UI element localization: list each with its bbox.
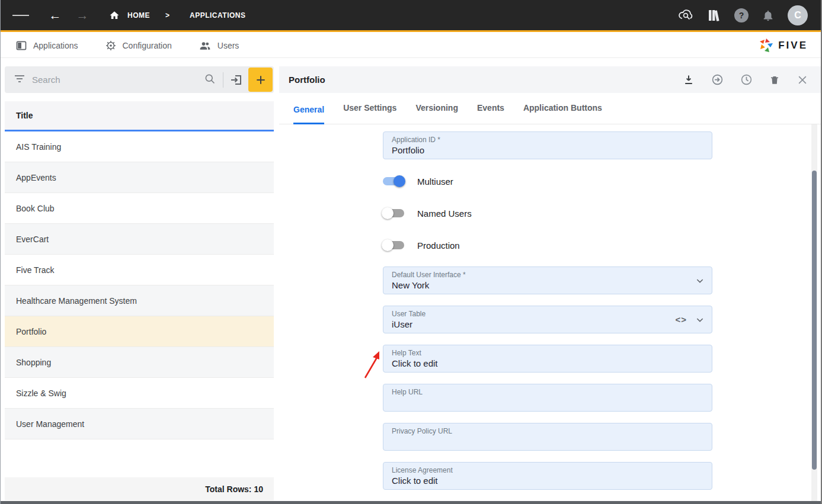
- chevron-down-icon[interactable]: [695, 276, 705, 285]
- field-value: Click to edit: [392, 475, 703, 487]
- field-label: Privacy Policy URL: [392, 427, 703, 435]
- help-icon[interactable]: ?: [734, 8, 749, 23]
- add-application-button[interactable]: [248, 68, 273, 92]
- field-help-text[interactable]: Help Text Click to edit: [383, 345, 712, 373]
- field-label: User Table: [392, 310, 703, 318]
- field-value: [392, 397, 703, 409]
- field-license-agreement[interactable]: License Agreement Click to edit: [383, 462, 712, 490]
- cloud-inspect-icon[interactable]: [679, 9, 694, 22]
- five-app-window: ← → HOME > APPLICATIONS: [0, 0, 822, 504]
- table-footer-total-rows: Total Rows: 10: [5, 477, 274, 500]
- detail-title: Portfolio: [289, 75, 325, 85]
- five-logo-text: FIVE: [778, 40, 808, 52]
- toggle-label: Multiuser: [417, 176, 453, 187]
- field-value: [392, 436, 703, 448]
- five-logo: FIVE: [759, 37, 808, 54]
- table-row[interactable]: Shopping: [5, 347, 274, 378]
- table-row[interactable]: Book Club: [5, 193, 274, 224]
- five-pinwheel-icon: [759, 37, 774, 54]
- menu-item-label: Configuration: [123, 41, 172, 50]
- top-navigation-bar: ← → HOME > APPLICATIONS: [1, 0, 821, 32]
- toggle-multiuser[interactable]: Multiuser: [383, 173, 453, 190]
- delete-trash-icon[interactable]: [769, 74, 780, 86]
- field-value: Click to edit: [392, 358, 703, 370]
- field-privacy-policy-url[interactable]: Privacy Policy URL: [383, 423, 712, 451]
- detail-scrollbar-thumb[interactable]: [812, 171, 817, 470]
- toggle-switch-on[interactable]: [383, 177, 404, 185]
- menu-item-label: Users: [218, 41, 239, 50]
- user-avatar[interactable]: C: [788, 5, 808, 25]
- breadcrumb-chevron-icon: >: [165, 11, 169, 20]
- table-row[interactable]: AppEvents: [5, 162, 274, 193]
- download-icon[interactable]: [683, 74, 695, 86]
- history-clock-icon[interactable]: [740, 73, 753, 86]
- chevron-down-icon[interactable]: [695, 315, 705, 325]
- detail-panel-header: Portfolio: [279, 66, 822, 93]
- detail-scrollbar-track[interactable]: [811, 124, 817, 504]
- breadcrumb-current[interactable]: APPLICATIONS: [190, 11, 245, 20]
- menu-item-applications[interactable]: Applications: [15, 40, 78, 52]
- toggle-label: Named Users: [417, 208, 472, 219]
- menu-item-configuration[interactable]: Configuration: [105, 40, 172, 52]
- home-icon[interactable]: [106, 7, 123, 24]
- tab-user-settings[interactable]: User Settings: [343, 103, 396, 124]
- gear-wrench-icon: [105, 40, 117, 52]
- toggle-knob: [394, 175, 405, 187]
- table-row[interactable]: AIS Training: [5, 131, 274, 162]
- library-books-icon[interactable]: [707, 8, 721, 23]
- toggle-production[interactable]: Production: [383, 237, 460, 253]
- table-row[interactable]: EverCart: [5, 224, 274, 255]
- forward-arrow-icon[interactable]: →: [74, 7, 91, 24]
- table-row[interactable]: User Management: [5, 409, 274, 439]
- module-menu-bar: Applications Configuration Users: [1, 34, 821, 58]
- people-icon: [199, 40, 212, 52]
- toggle-switch-off[interactable]: [383, 209, 404, 217]
- table-row[interactable]: Healthcare Management System: [5, 285, 274, 316]
- field-user-table[interactable]: User Table iUser <>: [383, 306, 712, 333]
- tab-application-buttons[interactable]: Application Buttons: [523, 103, 602, 124]
- field-value: New York: [392, 280, 703, 291]
- search-bar: [5, 66, 274, 93]
- field-value: iUser: [392, 319, 703, 330]
- menu-item-label: Applications: [33, 41, 78, 50]
- field-help-url[interactable]: Help URL: [383, 384, 712, 412]
- breadcrumb: HOME > APPLICATIONS: [106, 7, 245, 24]
- window-bottom-border: [1, 501, 821, 504]
- red-annotation-arrow: [360, 347, 386, 380]
- toggle-knob: [382, 207, 394, 219]
- field-default-user-interface[interactable]: Default User Interface * New York: [383, 267, 712, 294]
- field-label: Help URL: [392, 388, 703, 396]
- table-row-selected[interactable]: Portfolio: [5, 316, 274, 347]
- filter-icon[interactable]: [14, 75, 25, 85]
- toggle-switch-off[interactable]: [383, 241, 404, 249]
- plus-icon: [255, 74, 267, 86]
- tab-versioning[interactable]: Versioning: [415, 103, 458, 124]
- applications-table: Title AIS Training AppEvents Book Club E…: [5, 101, 274, 439]
- import-app-icon[interactable]: [229, 73, 244, 87]
- toggle-knob: [382, 239, 394, 251]
- table-header-title[interactable]: Title: [5, 101, 274, 131]
- field-label: Help Text: [392, 349, 703, 357]
- detail-header-actions: [683, 73, 822, 86]
- table-row[interactable]: Sizzle & Swig: [5, 378, 274, 409]
- detail-tabs: General User Settings Versioning Events …: [279, 93, 822, 124]
- menu-hamburger-icon[interactable]: [12, 7, 29, 24]
- breadcrumb-home[interactable]: HOME: [127, 11, 150, 20]
- close-icon[interactable]: [797, 74, 808, 86]
- tab-events[interactable]: Events: [477, 103, 504, 124]
- search-input[interactable]: [32, 75, 204, 85]
- run-app-icon[interactable]: [711, 73, 724, 86]
- field-label: Default User Interface *: [392, 271, 703, 279]
- tab-general[interactable]: General: [293, 105, 324, 124]
- search-divider: [223, 72, 223, 88]
- code-brackets-icon[interactable]: <>: [675, 314, 687, 325]
- notifications-bell-icon[interactable]: [762, 9, 775, 22]
- table-row[interactable]: Five Track: [5, 255, 274, 285]
- topbar-right: ? C: [679, 5, 821, 25]
- search-icon[interactable]: [204, 73, 216, 87]
- back-arrow-icon[interactable]: ←: [47, 7, 63, 24]
- field-label: License Agreement: [392, 466, 703, 474]
- toggle-named-users[interactable]: Named Users: [383, 205, 472, 221]
- menu-item-users[interactable]: Users: [199, 40, 239, 52]
- field-application-id[interactable]: Application ID * Portfolio: [383, 131, 712, 159]
